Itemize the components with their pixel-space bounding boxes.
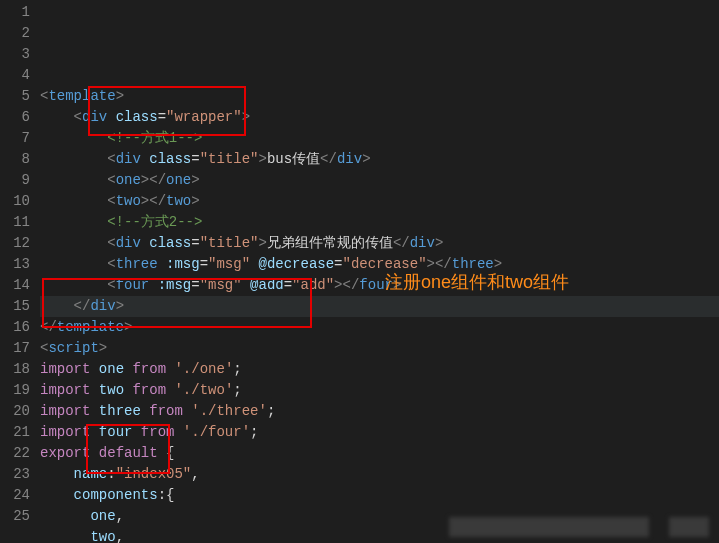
code-line[interactable]: import one from './one'; bbox=[40, 359, 719, 380]
code-line[interactable]: <two></two> bbox=[40, 191, 719, 212]
line-number: 6 bbox=[0, 107, 30, 128]
line-number: 15 bbox=[0, 296, 30, 317]
code-editor[interactable]: 1234567891011121314151617181920212223242… bbox=[0, 0, 719, 543]
line-number: 16 bbox=[0, 317, 30, 338]
code-line[interactable]: name:"index05", bbox=[40, 464, 719, 485]
line-number: 17 bbox=[0, 338, 30, 359]
code-line[interactable]: import three from './three'; bbox=[40, 401, 719, 422]
code-line[interactable]: <!--方式1--> bbox=[40, 128, 719, 149]
line-number: 8 bbox=[0, 149, 30, 170]
current-line-highlight bbox=[40, 296, 719, 317]
line-number-gutter: 1234567891011121314151617181920212223242… bbox=[0, 0, 40, 543]
code-line[interactable]: <script> bbox=[40, 338, 719, 359]
line-number: 14 bbox=[0, 275, 30, 296]
code-area[interactable]: 注册one组件和two组件 <template> <div class="wra… bbox=[40, 0, 719, 543]
code-line[interactable]: <div class="wrapper"> bbox=[40, 107, 719, 128]
line-number: 10 bbox=[0, 191, 30, 212]
line-number: 5 bbox=[0, 86, 30, 107]
code-line[interactable]: <template> bbox=[40, 86, 719, 107]
line-number: 1 bbox=[0, 2, 30, 23]
line-number: 22 bbox=[0, 443, 30, 464]
line-number: 4 bbox=[0, 65, 30, 86]
annotation-text: 注册one组件和two组件 bbox=[385, 272, 569, 293]
line-number: 19 bbox=[0, 380, 30, 401]
line-number: 9 bbox=[0, 170, 30, 191]
line-number: 2 bbox=[0, 23, 30, 44]
smudge bbox=[669, 517, 709, 537]
line-number: 24 bbox=[0, 485, 30, 506]
line-number: 21 bbox=[0, 422, 30, 443]
code-line[interactable]: components:{ bbox=[40, 485, 719, 506]
code-line[interactable]: import four from './four'; bbox=[40, 422, 719, 443]
code-line[interactable]: <!--方式2--> bbox=[40, 212, 719, 233]
code-line[interactable]: <three :msg="msg" @decrease="decrease"><… bbox=[40, 254, 719, 275]
code-line[interactable]: </template> bbox=[40, 317, 719, 338]
line-number: 3 bbox=[0, 44, 30, 65]
line-number: 18 bbox=[0, 359, 30, 380]
code-line[interactable]: import two from './two'; bbox=[40, 380, 719, 401]
code-line[interactable]: <div class="title">兄弟组件常规的传值</div> bbox=[40, 233, 719, 254]
line-number: 20 bbox=[0, 401, 30, 422]
code-line[interactable]: <one></one> bbox=[40, 170, 719, 191]
line-number: 12 bbox=[0, 233, 30, 254]
line-number: 11 bbox=[0, 212, 30, 233]
code-line[interactable]: <four :msg="msg" @add="add"></four> bbox=[40, 275, 719, 296]
line-number: 25 bbox=[0, 506, 30, 527]
line-number: 7 bbox=[0, 128, 30, 149]
line-number: 23 bbox=[0, 464, 30, 485]
line-number: 13 bbox=[0, 254, 30, 275]
smudge bbox=[449, 517, 649, 537]
code-line[interactable]: <div class="title">bus传值</div> bbox=[40, 149, 719, 170]
code-line[interactable]: export default { bbox=[40, 443, 719, 464]
